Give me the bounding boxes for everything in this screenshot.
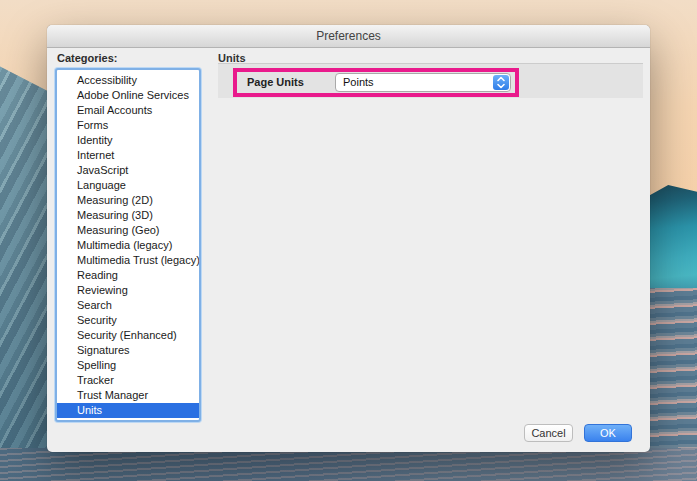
desktop-wallpaper: Preferences Categories: AccessibilityAdo… [0, 0, 697, 481]
sidebar-item-search[interactable]: Search [57, 298, 199, 313]
preferences-window: Preferences Categories: AccessibilityAdo… [47, 25, 650, 452]
sidebar-item-security-enhanced[interactable]: Security (Enhanced) [57, 328, 199, 343]
sidebar-item-javascript[interactable]: JavaScript [57, 163, 199, 178]
sidebar-item-language[interactable]: Language [57, 178, 199, 193]
sidebar-item-measuring-2d[interactable]: Measuring (2D) [57, 193, 199, 208]
title-bar[interactable]: Preferences [47, 25, 650, 48]
up-down-chevrons-icon [493, 75, 509, 90]
page-units-label: Page Units [247, 76, 304, 88]
window-title: Preferences [47, 25, 650, 47]
sidebar-item-measuring-3d[interactable]: Measuring (3D) [57, 208, 199, 223]
wallpaper-water-bottom [0, 448, 697, 481]
sidebar-item-internet[interactable]: Internet [57, 148, 199, 163]
sidebar-item-reviewing[interactable]: Reviewing [57, 283, 199, 298]
categories-listbox: AccessibilityAdobe Online ServicesEmail … [55, 68, 201, 422]
sidebar-item-tracker[interactable]: Tracker [57, 373, 199, 388]
sidebar-item-identity[interactable]: Identity [57, 133, 199, 148]
sidebar-item-email-accounts[interactable]: Email Accounts [57, 103, 199, 118]
categories-label: Categories: [57, 52, 118, 64]
ok-button[interactable]: OK [584, 424, 632, 442]
page-units-select-value: Points [336, 74, 510, 91]
sidebar-item-units[interactable]: Units [57, 403, 199, 418]
sidebar-item-measuring-geo[interactable]: Measuring (Geo) [57, 223, 199, 238]
sidebar-item-spelling[interactable]: Spelling [57, 358, 199, 373]
sidebar-item-accessibility[interactable]: Accessibility [57, 73, 199, 88]
cancel-button[interactable]: Cancel [524, 424, 573, 442]
sidebar-item-forms[interactable]: Forms [57, 118, 199, 133]
sidebar-item-reading[interactable]: Reading [57, 268, 199, 283]
page-units-select[interactable]: Points [335, 73, 511, 92]
sidebar-item-signatures[interactable]: Signatures [57, 343, 199, 358]
sidebar-item-adobe-online-services[interactable]: Adobe Online Services [57, 88, 199, 103]
sidebar-item-multimedia-trust-legacy[interactable]: Multimedia Trust (legacy) [57, 253, 199, 268]
sidebar-item-multimedia-legacy[interactable]: Multimedia (legacy) [57, 238, 199, 253]
sidebar-item-trust-manager[interactable]: Trust Manager [57, 388, 199, 403]
sidebar-item-security[interactable]: Security [57, 313, 199, 328]
